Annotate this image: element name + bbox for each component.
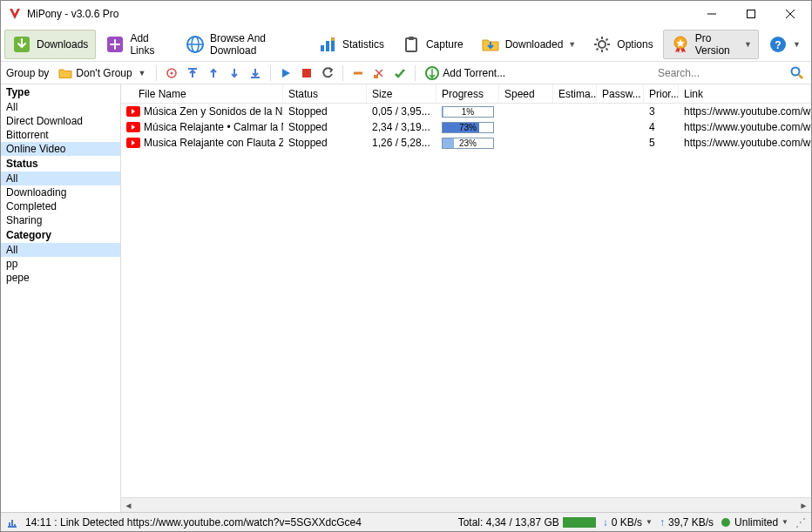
cell-link: https://www.youtube.com/w [679, 104, 811, 119]
priority-up-button[interactable] [205, 64, 222, 82]
browse-button[interactable]: Browse And Download [178, 30, 308, 59]
sidebar-item[interactable]: All [1, 172, 120, 185]
capture-button[interactable]: Capture [394, 30, 471, 59]
statistics-button[interactable]: Statistics [310, 30, 392, 59]
separator [342, 65, 343, 81]
folder-icon [58, 67, 72, 79]
sidebar-item[interactable]: All [1, 243, 120, 257]
limit-label: Unlimited [734, 516, 778, 529]
col-status[interactable]: Status [283, 84, 367, 103]
sidebar-item[interactable]: Completed [1, 199, 120, 213]
svg-line-20 [597, 38, 599, 40]
sidebar-item[interactable]: pepe [1, 271, 120, 285]
sidebar-item[interactable]: Downloading [1, 185, 120, 199]
priority-down-button[interactable] [226, 64, 243, 82]
downloads-tab[interactable]: Downloads [4, 30, 96, 59]
resize-grip[interactable]: ⋰ [795, 516, 806, 529]
svg-line-36 [799, 75, 802, 78]
horizontal-scrollbar[interactable]: ◄ ► [121, 497, 811, 512]
svg-rect-14 [409, 37, 414, 40]
refresh-button[interactable] [319, 64, 336, 82]
add-links-icon [105, 35, 125, 54]
maximize-button[interactable] [731, 2, 770, 26]
options-button[interactable]: Options [585, 30, 660, 59]
col-link[interactable]: Link [679, 84, 811, 103]
check-button[interactable] [391, 64, 409, 82]
separator [415, 65, 416, 81]
remove-button[interactable] [349, 64, 367, 82]
download-speed-segment[interactable]: ↓ 0 KB/s ▼ [603, 516, 653, 529]
cell-link: https://www.youtube.com/w [679, 135, 811, 151]
sidebar-item[interactable]: Bittorrent [1, 128, 120, 142]
start-button[interactable] [277, 64, 294, 82]
chevron-down-icon: ▼ [138, 69, 145, 77]
pro-version-button[interactable]: Pro Version ▼ [663, 30, 759, 59]
group-by-combo[interactable]: Don't Group ▼ [54, 65, 150, 81]
col-priority[interactable]: Prior... [644, 84, 679, 103]
minimize-button[interactable] [692, 2, 731, 26]
downloaded-button[interactable]: Downloaded ▼ [473, 30, 584, 59]
col-estimated[interactable]: Estima... [553, 84, 597, 103]
col-speed[interactable]: Speed [499, 84, 553, 103]
downloaded-label: Downloaded [505, 38, 564, 51]
window-title: MiPony - v3.0.6 Pro [27, 8, 692, 20]
pro-label: Pro Version [695, 32, 739, 57]
cell-password [597, 135, 644, 151]
col-size[interactable]: Size [367, 84, 436, 103]
scroll-left-arrow[interactable]: ◄ [121, 498, 136, 513]
target-button[interactable] [163, 64, 180, 82]
sidebar: TypeAllDirect DownloadBittorrentOnline V… [1, 84, 121, 512]
sidebar-item[interactable]: Direct Download [1, 114, 120, 128]
statistics-label: Statistics [342, 38, 384, 51]
file-name: Música Relajante • Calmar la M... [144, 121, 283, 133]
table-row[interactable]: Musica Relajante con Flauta Ze...Stopped… [121, 135, 811, 151]
file-name: Musica Relajante con Flauta Ze... [144, 137, 283, 149]
separator [270, 65, 271, 81]
add-torrent-button[interactable]: Add Torrent... [422, 64, 509, 82]
table-row[interactable]: Música Relajante • Calmar la M...Stopped… [121, 119, 811, 135]
table-row[interactable]: Música Zen y Sonidos de la Nat...Stopped… [121, 104, 811, 119]
priority-top-button[interactable] [184, 64, 201, 82]
group-by-label: Group by [6, 67, 49, 79]
chevron-down-icon: ▼ [782, 518, 788, 526]
chevron-down-icon: ▼ [744, 40, 751, 49]
limit-segment[interactable]: Unlimited ▼ [721, 516, 788, 529]
unlimited-icon [721, 517, 731, 528]
options-label: Options [617, 38, 653, 51]
help-button[interactable]: ? ▼ [761, 30, 808, 59]
close-button[interactable] [770, 2, 809, 26]
sidebar-item[interactable]: Online Video [1, 142, 120, 156]
search-icon[interactable] [788, 64, 806, 82]
svg-line-21 [606, 48, 608, 50]
sidebar-item[interactable]: pp [1, 257, 120, 271]
col-filename[interactable]: File Name [121, 84, 283, 103]
search-input[interactable] [654, 65, 785, 81]
cell-priority: 4 [644, 119, 679, 135]
gear-icon [592, 35, 612, 54]
svg-point-12 [331, 37, 335, 41]
capture-label: Capture [426, 38, 464, 51]
chevron-down-icon: ▼ [793, 40, 800, 49]
sidebar-item[interactable]: All [1, 100, 120, 114]
priority-bottom-button[interactable] [247, 64, 264, 82]
col-password[interactable]: Passw... [597, 84, 644, 103]
separator [156, 65, 157, 81]
sidebar-group-type: Type [1, 84, 120, 100]
badge-icon [671, 35, 690, 54]
sidebar-item[interactable]: Sharing [1, 213, 120, 227]
cell-priority: 5 [644, 135, 679, 151]
downloads-icon [12, 35, 31, 54]
youtube-icon [126, 122, 140, 132]
clipboard-icon [402, 35, 421, 54]
action-toolbar: Group by Don't Group ▼ Add Torrent... [1, 62, 811, 84]
stop-button[interactable] [298, 64, 315, 82]
titlebar: MiPony - v3.0.6 Pro [1, 1, 811, 27]
svg-point-28 [171, 71, 173, 74]
svg-rect-10 [326, 41, 329, 51]
svg-rect-13 [406, 38, 416, 51]
col-progress[interactable]: Progress [436, 84, 499, 103]
upload-speed-segment[interactable]: ↑ 39,7 KB/s [660, 516, 714, 529]
scroll-right-arrow[interactable]: ► [796, 498, 811, 513]
clear-button[interactable] [370, 64, 388, 82]
add-links-button[interactable]: Add Links [98, 30, 176, 59]
